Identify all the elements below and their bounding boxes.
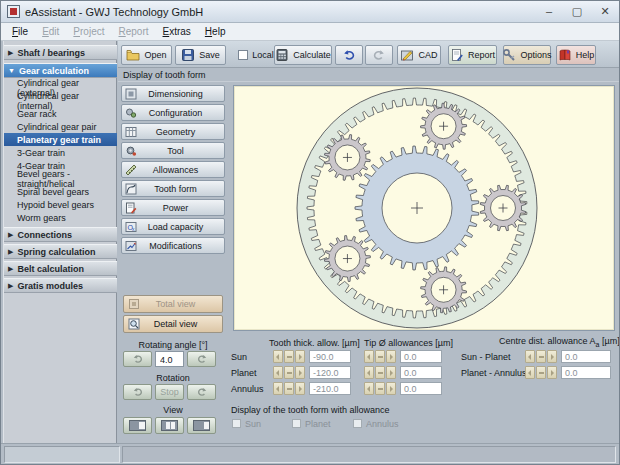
navigation-sidebar: ▶Shaft / bearings ▼Gear calculation Cyli… xyxy=(3,41,117,443)
detail-view-magnifier-icon xyxy=(128,318,140,330)
load-capacity-button[interactable]: OxLoad capacity xyxy=(121,218,225,235)
open-folder-icon xyxy=(126,48,140,62)
spin-minus-icon xyxy=(375,350,385,363)
sidebar-section-gear-calculation[interactable]: ▼Gear calculation xyxy=(4,63,117,78)
geometry-button[interactable]: Geometry xyxy=(121,123,225,140)
rotating-angle-input[interactable] xyxy=(155,351,184,367)
menu-file[interactable]: File xyxy=(5,24,35,39)
geometry-grid-icon xyxy=(125,126,137,138)
spin-right-icon xyxy=(386,350,396,363)
modifications-button[interactable]: Modifications xyxy=(121,237,225,254)
sidebar-section-spring-calculation[interactable]: ▶Spring calculation xyxy=(4,244,117,259)
rotate-cw-icon xyxy=(196,386,208,398)
rotate-ccw-icon xyxy=(132,386,144,398)
tool-gear-icon xyxy=(125,145,137,157)
sidebar-item-3-gear-train[interactable]: 3-Gear train xyxy=(4,146,117,159)
sidebar-item-bevel-gears[interactable]: Bevel gears - straight/helical xyxy=(4,172,117,185)
sun-thickness-field[interactable]: -90.0 xyxy=(309,350,351,363)
application-window: eAssistant - GWJ Technology GmbH – ▢ ✕ F… xyxy=(0,0,620,465)
view-layout-2-button[interactable] xyxy=(155,417,184,434)
local-checkbox[interactable] xyxy=(238,50,248,60)
view-layout-2-icon xyxy=(161,420,178,431)
total-view-icon xyxy=(128,298,140,310)
tooth-form-canvas[interactable] xyxy=(233,85,615,331)
row-label-planet: Planet xyxy=(231,368,257,378)
report-document-icon xyxy=(450,48,464,62)
close-button[interactable]: ✕ xyxy=(595,3,615,19)
view-layout-3-button[interactable] xyxy=(187,417,216,434)
view-label: View xyxy=(123,405,223,415)
spin-right-icon xyxy=(295,350,305,363)
planet-annulus-spinner xyxy=(525,366,557,379)
tip-diameter-header: Tip Ø allowances [µm] xyxy=(364,338,453,348)
spin-left-icon xyxy=(525,366,535,379)
detail-view-button[interactable]: Detail view xyxy=(123,315,223,333)
rotate-cw-button[interactable] xyxy=(187,351,216,367)
centre-distance-header: Centre dist. allowance Aa [µm] xyxy=(499,336,620,348)
menu-extras[interactable]: Extras xyxy=(156,24,198,39)
maximize-button[interactable]: ▢ xyxy=(567,3,587,19)
tooth-form-button[interactable]: Tooth form xyxy=(121,180,225,197)
rotate-ccw-icon xyxy=(132,353,144,365)
status-bar xyxy=(1,443,620,465)
collapsed-arrow-icon: ▶ xyxy=(8,282,13,290)
spin-minus-icon xyxy=(284,366,294,379)
annulus-tip-spinner xyxy=(364,382,396,395)
spin-left-icon xyxy=(364,366,374,379)
spin-left-icon xyxy=(364,350,374,363)
annulus-allowance-checkbox-label: Annulus xyxy=(366,419,399,429)
view-layout-3-icon xyxy=(193,420,210,431)
planet-tip-field[interactable]: 0.0 xyxy=(400,366,442,379)
help-book-icon xyxy=(558,48,572,62)
options-button[interactable]: Options xyxy=(503,45,551,65)
spin-minus-icon xyxy=(375,366,385,379)
annulus-tip-field[interactable]: 0.0 xyxy=(400,382,442,395)
menu-help[interactable]: Help xyxy=(198,24,233,39)
planet-allowance-checkbox-label: Planet xyxy=(305,419,331,429)
sidebar-section-shaft-bearings[interactable]: ▶Shaft / bearings xyxy=(4,45,117,60)
allowances-button[interactable]: Allowances xyxy=(121,161,225,178)
rotate-ccw-button[interactable] xyxy=(123,351,152,367)
sidebar-item-spiral-bevel-gears[interactable]: Spiral bevel gears xyxy=(4,185,117,198)
sidebar-section-gratis-modules[interactable]: ▶Gratis modules xyxy=(4,278,117,293)
tool-button[interactable]: Tool xyxy=(121,142,225,159)
dimensioning-button[interactable]: Dimensioning xyxy=(121,85,225,102)
rotating-angle-label: Rotating angle [°] xyxy=(123,340,223,350)
configuration-button[interactable]: Configuration xyxy=(121,104,225,121)
rotation-ccw-button[interactable] xyxy=(123,384,152,400)
sidebar-section-connections[interactable]: ▶Connections xyxy=(4,227,117,242)
planet-allowance-checkbox xyxy=(292,419,301,428)
view-layout-1-button[interactable] xyxy=(123,417,152,434)
spin-left-icon xyxy=(273,366,283,379)
report-button[interactable]: Report xyxy=(448,45,497,65)
sidebar-item-gear-rack[interactable]: Gear rack xyxy=(4,107,117,120)
open-button[interactable]: Open xyxy=(121,45,172,65)
window-title: eAssistant - GWJ Technology GmbH xyxy=(25,6,203,18)
spin-right-icon xyxy=(386,366,396,379)
help-button[interactable]: Help xyxy=(556,45,596,65)
sidebar-item-cylindrical-gear-pair[interactable]: Cylindrical gear pair xyxy=(4,120,117,133)
sun-tip-field[interactable]: 0.0 xyxy=(400,350,442,363)
title-bar[interactable]: eAssistant - GWJ Technology GmbH – ▢ ✕ xyxy=(1,1,620,23)
sidebar-item-hypoid-bevel-gears[interactable]: Hypoid bevel gears xyxy=(4,198,117,211)
sidebar-item-cylindrical-gear-internal[interactable]: Cylindrical gear (internal) xyxy=(4,94,117,107)
undo-arrow-icon xyxy=(342,48,356,62)
sidebar-section-belt-calculation[interactable]: ▶Belt calculation xyxy=(4,261,117,276)
rotation-cw-button[interactable] xyxy=(187,384,216,400)
calculate-button[interactable]: Calculate xyxy=(274,45,332,65)
minimize-button[interactable]: – xyxy=(539,3,559,19)
undo-button[interactable] xyxy=(335,45,363,65)
sidebar-item-worm-gears[interactable]: Worm gears xyxy=(4,211,117,224)
sun-planet-field[interactable]: 0.0 xyxy=(561,350,611,363)
sidebar-item-planetary-gear-train[interactable]: Planetary gear train xyxy=(4,133,117,146)
cad-button[interactable]: CAD xyxy=(397,45,441,65)
annulus-thickness-field[interactable]: -210.0 xyxy=(309,382,351,395)
planet-thickness-field[interactable]: -120.0 xyxy=(309,366,351,379)
options-wrench-icon xyxy=(502,48,516,62)
spin-minus-icon xyxy=(284,382,294,395)
save-button[interactable]: Save xyxy=(175,45,226,65)
sun-allowance-checkbox-label: Sun xyxy=(245,419,261,429)
power-button[interactable]: Power xyxy=(121,199,225,216)
spin-right-icon xyxy=(547,366,557,379)
planet-annulus-field[interactable]: 0.0 xyxy=(561,366,611,379)
